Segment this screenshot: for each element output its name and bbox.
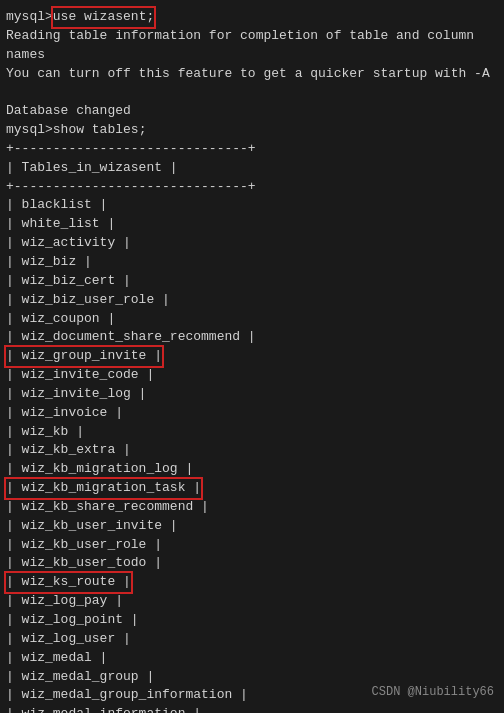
- table-row: | wiz_ks_route |: [6, 573, 498, 592]
- table-row: | wiz_kb_extra |: [6, 441, 498, 460]
- table-cell-text: | wiz_kb_user_invite |: [6, 518, 178, 533]
- table-cell-text: | wiz_document_share_recommend |: [6, 329, 256, 344]
- table-cell-text: | wiz_kb_extra |: [6, 442, 131, 457]
- info-line-1: Reading table information for completion…: [6, 27, 498, 65]
- table-cell-text: | wiz_medal_group_information |: [6, 687, 248, 702]
- table-header-row: | Tables_in_wizasent |: [6, 159, 498, 178]
- table-cell-text: | wiz_ks_route |: [6, 573, 131, 592]
- prompt-line-2: mysql> show tables;: [6, 121, 498, 140]
- table-row: | wiz_invite_log |: [6, 385, 498, 404]
- table-row: | wiz_kb_migration_log |: [6, 460, 498, 479]
- table-cell-text: | wiz_log_pay |: [6, 593, 123, 608]
- mysql-prompt-1: mysql>: [6, 8, 53, 27]
- table-row: | wiz_kb_share_recommend |: [6, 498, 498, 517]
- table-row: | wiz_biz_user_role |: [6, 291, 498, 310]
- table-cell-text: | wiz_invite_code |: [6, 367, 154, 382]
- db-changed-line: Database changed: [6, 102, 498, 121]
- prompt-line-1: mysql> use wizasent;: [6, 8, 498, 27]
- table-cell-text: | wiz_log_point |: [6, 612, 139, 627]
- watermark: CSDN @Niubility66: [372, 684, 494, 701]
- table-cell-text: | wiz_medal_information |: [6, 706, 201, 713]
- table-cell-text: | wiz_coupon |: [6, 311, 115, 326]
- table-cell-text: | wiz_kb_user_todo |: [6, 555, 162, 570]
- table-rows: | blacklist || white_list || wiz_activit…: [6, 196, 498, 713]
- table-row: | wiz_log_user |: [6, 630, 498, 649]
- info-line-2: You can turn off this feature to get a q…: [6, 65, 498, 84]
- blank-line: [6, 83, 498, 102]
- table-row: | wiz_medal |: [6, 649, 498, 668]
- table-row: | wiz_log_pay |: [6, 592, 498, 611]
- table-cell-text: | wiz_medal_group |: [6, 669, 154, 684]
- table-row: | wiz_kb_user_role |: [6, 536, 498, 555]
- table-row: | wiz_kb_user_invite |: [6, 517, 498, 536]
- table-row: | wiz_kb_user_todo |: [6, 554, 498, 573]
- table-cell-text: | wiz_biz_user_role |: [6, 292, 170, 307]
- table-row: | wiz_kb_migration_task |: [6, 479, 498, 498]
- border-top-text: +------------------------------+: [6, 141, 256, 156]
- table-cell-text: | wiz_biz_cert |: [6, 273, 131, 288]
- table-row: | wiz_group_invite |: [6, 347, 498, 366]
- table-border-top: +------------------------------+: [6, 140, 498, 159]
- reading-label: Reading table information for completion…: [6, 28, 474, 62]
- header-text: | Tables_in_wizasent |: [6, 160, 178, 175]
- table-row: | wiz_invite_code |: [6, 366, 498, 385]
- mysql-prompt-2: mysql>: [6, 121, 53, 140]
- table-cell-text: | wiz_medal |: [6, 650, 107, 665]
- table-cell-text: | wiz_kb_share_recommend |: [6, 499, 209, 514]
- table-cell-text: | blacklist |: [6, 197, 107, 212]
- table-border-mid: +------------------------------+: [6, 178, 498, 197]
- table-cell-text: | wiz_kb |: [6, 424, 84, 439]
- command-use-wizasent: use wizasent;: [53, 8, 154, 27]
- terminal-window: mysql> use wizasent; Reading table infor…: [6, 8, 498, 713]
- turnoff-label: You can turn off this feature to get a q…: [6, 66, 490, 81]
- table-cell-text: | wiz_group_invite |: [6, 347, 162, 366]
- table-cell-text: | white_list |: [6, 216, 115, 231]
- table-row: | blacklist |: [6, 196, 498, 215]
- table-row: | wiz_log_point |: [6, 611, 498, 630]
- table-row: | wiz_activity |: [6, 234, 498, 253]
- table-cell-text: | wiz_invite_log |: [6, 386, 146, 401]
- table-row: | wiz_biz_cert |: [6, 272, 498, 291]
- db-changed-text: Database changed: [6, 103, 131, 118]
- table-row: | wiz_medal_information |: [6, 705, 498, 713]
- command-show-tables: show tables;: [53, 121, 147, 140]
- border-mid-text: +------------------------------+: [6, 179, 256, 194]
- table-cell-text: | wiz_biz |: [6, 254, 92, 269]
- table-row: | wiz_biz |: [6, 253, 498, 272]
- table-cell-text: | wiz_kb_migration_task |: [6, 479, 201, 498]
- table-row: | wiz_invoice |: [6, 404, 498, 423]
- table-row: | wiz_kb |: [6, 423, 498, 442]
- table-cell-text: | wiz_kb_migration_log |: [6, 461, 193, 476]
- table-cell-text: | wiz_invoice |: [6, 405, 123, 420]
- table-cell-text: | wiz_log_user |: [6, 631, 131, 646]
- table-row: | wiz_coupon |: [6, 310, 498, 329]
- table-cell-text: | wiz_activity |: [6, 235, 131, 250]
- table-row: | white_list |: [6, 215, 498, 234]
- table-row: | wiz_document_share_recommend |: [6, 328, 498, 347]
- table-cell-text: | wiz_kb_user_role |: [6, 537, 162, 552]
